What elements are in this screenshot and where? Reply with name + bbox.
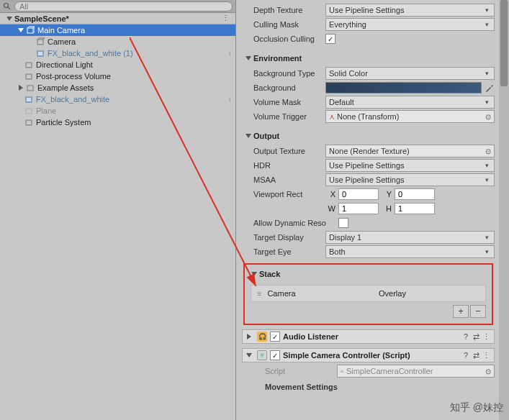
- tree-item-light[interactable]: Directional Light: [0, 59, 235, 70]
- viewport-h-input[interactable]: [395, 203, 435, 214]
- foldout-icon: [6, 15, 13, 22]
- stack-remove-button[interactable]: −: [470, 305, 486, 318]
- inspector-scrollbar[interactable]: [499, 0, 509, 420]
- tree-item-fx2[interactable]: FX_black_and_white ›: [0, 93, 235, 105]
- svg-rect-10: [37, 40, 43, 45]
- inspector-panel: Depth Texture Use Pipeline Settings ▾ Cu…: [236, 0, 509, 420]
- menu-icon[interactable]: ⋮: [481, 351, 491, 360]
- object-picker-icon: ⊙: [485, 368, 491, 375]
- drag-handle-icon[interactable]: ≡: [257, 289, 261, 298]
- prop-label: Target Eye: [242, 247, 325, 256]
- viewport-w-input[interactable]: [338, 203, 379, 214]
- help-icon[interactable]: ?: [461, 351, 471, 360]
- component-simple-camera[interactable]: # ✓ Simple Camera Controller (Script) ? …: [242, 348, 495, 362]
- prop-label: Culling Mask: [242, 20, 325, 29]
- tree-item-example[interactable]: Example Assets: [0, 82, 235, 93]
- svg-rect-16: [26, 74, 32, 79]
- viewport-x-input[interactable]: [338, 188, 379, 200]
- tree-item-particle[interactable]: Particle System: [0, 117, 235, 128]
- dropdown-value: Use Pipeline Settings: [329, 6, 405, 14]
- chevron-down-icon: ▾: [485, 248, 491, 255]
- preset-icon[interactable]: ⇄: [471, 351, 481, 360]
- stack-buttons: + −: [251, 305, 486, 318]
- prop-target-eye: Target Eye Both ▾: [242, 245, 495, 259]
- dynamic-res-checkbox[interactable]: [338, 218, 348, 228]
- scrollbar-thumb[interactable]: [500, 0, 508, 86]
- depth-texture-dropdown[interactable]: Use Pipeline Settings ▾: [325, 4, 495, 17]
- stack-camera-item[interactable]: ≡ Camera Overlay: [251, 285, 486, 302]
- prop-label: HDR: [242, 161, 325, 170]
- svg-marker-23: [246, 134, 251, 138]
- search-input[interactable]: [14, 1, 233, 12]
- culling-mask-dropdown[interactable]: Everything ▾: [325, 18, 495, 31]
- output-texture-field[interactable]: None (Render Texture) ⊙: [325, 145, 495, 158]
- prop-label: Volume Trigger: [242, 112, 325, 121]
- menu-icon[interactable]: ⋮: [481, 332, 491, 342]
- svg-marker-3: [18, 28, 24, 32]
- chevron-right-icon[interactable]: ›: [229, 96, 235, 104]
- section-environment[interactable]: Environment: [242, 52, 495, 65]
- prop-label: Volume Mask: [242, 98, 325, 106]
- chevron-down-icon: ▾: [485, 234, 491, 241]
- prop-label: Movement Settings: [253, 383, 338, 391]
- component-enabled-checkbox[interactable]: ✓: [270, 332, 280, 342]
- watermark: 知乎 @妹控: [450, 401, 503, 414]
- svg-rect-21: [26, 120, 32, 125]
- prop-label: Occlusion Culling: [242, 35, 325, 43]
- tree-item-plane[interactable]: Plane: [0, 105, 235, 117]
- tree-label: FX_black_and_white: [36, 95, 229, 104]
- tree-item-postprocess[interactable]: Post-process Volume: [0, 70, 235, 82]
- volume-mask-dropdown[interactable]: Default ▾: [325, 96, 495, 109]
- gameobject-icon: [24, 106, 33, 115]
- hdr-dropdown[interactable]: Use Pipeline Settings ▾: [325, 159, 495, 172]
- scene-menu-icon[interactable]: ⋮: [222, 14, 230, 23]
- bg-type-dropdown[interactable]: Solid Color ▾: [325, 67, 495, 80]
- prop-label: Script: [253, 367, 337, 375]
- chevron-down-icon: ▾: [485, 162, 491, 169]
- prop-output-texture: Output Texture None (Render Texture) ⊙: [242, 144, 495, 158]
- component-enabled-checkbox[interactable]: ✓: [270, 350, 280, 360]
- stack-highlight-box: Stack ≡ Camera Overlay + −: [243, 263, 493, 325]
- obj-value: None (Render Texture): [329, 147, 410, 155]
- x-label: X: [325, 190, 335, 198]
- tree-item-main-camera[interactable]: Main Camera: [0, 24, 235, 36]
- object-picker-icon[interactable]: ⊙: [485, 113, 491, 121]
- dropdown-value: Default: [329, 98, 354, 106]
- y-label: Y: [382, 190, 392, 198]
- chevron-right-icon[interactable]: ›: [229, 50, 235, 58]
- stack-add-button[interactable]: +: [453, 305, 469, 318]
- tree-item-camera[interactable]: Camera: [0, 36, 235, 47]
- svg-point-0: [4, 3, 9, 7]
- msaa-dropdown[interactable]: Use Pipeline Settings ▾: [325, 173, 495, 186]
- target-eye-dropdown[interactable]: Both ▾: [325, 245, 495, 258]
- background-color-field[interactable]: [325, 82, 482, 93]
- component-audio-listener[interactable]: 🎧 ✓ Audio Listener ? ⇄ ⋮: [242, 329, 495, 344]
- chevron-down-icon: ▾: [485, 6, 491, 14]
- gameobject-icon: [24, 72, 33, 81]
- foldout-icon: [246, 352, 253, 359]
- occlusion-culling-checkbox[interactable]: ✓: [325, 34, 335, 44]
- section-stack[interactable]: Stack: [251, 268, 486, 280]
- eyedropper-icon[interactable]: [485, 83, 495, 93]
- volume-trigger-field[interactable]: ⋏ None (Transform) ⊙: [325, 110, 495, 123]
- target-display-dropdown[interactable]: Display 1 ▾: [325, 231, 495, 244]
- svg-rect-15: [26, 63, 32, 68]
- hierarchy-search-bar: [0, 0, 235, 13]
- svg-marker-26: [246, 353, 252, 357]
- tree-item-fx1[interactable]: FX_black_and_white (1) ›: [0, 47, 235, 59]
- prop-label: Viewport Rect: [242, 190, 325, 198]
- prop-viewport-wh: W H: [242, 201, 495, 216]
- viewport-y-input[interactable]: [395, 188, 435, 200]
- svg-marker-2: [6, 17, 12, 21]
- h-label: H: [382, 204, 392, 213]
- object-picker-icon[interactable]: ⊙: [485, 147, 491, 155]
- scene-header[interactable]: SampleScene* ⋮: [0, 13, 235, 24]
- transform-icon: ⋏: [329, 112, 335, 122]
- gameobject-icon: [36, 37, 45, 46]
- help-icon[interactable]: ?: [461, 332, 471, 341]
- section-output[interactable]: Output: [242, 129, 495, 142]
- svg-marker-24: [251, 272, 257, 276]
- gameobject-icon: [24, 118, 33, 127]
- preset-icon[interactable]: ⇄: [471, 332, 481, 342]
- prop-depth-texture: Depth Texture Use Pipeline Settings ▾: [242, 3, 495, 17]
